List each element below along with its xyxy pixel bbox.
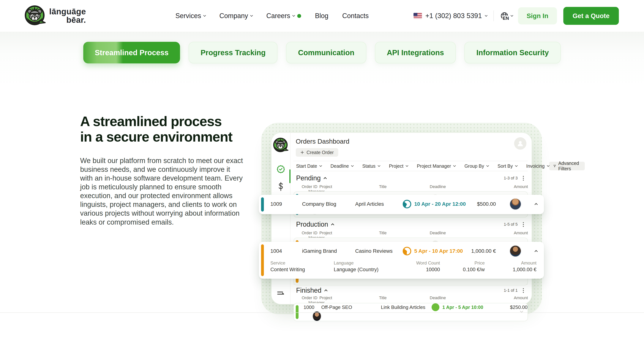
section-pending-header: Pending 1-3 of 3 [294, 174, 528, 182]
section-production-header: Production 1-5 of 5 [294, 220, 528, 228]
filter-sort-by[interactable]: Sort By [498, 163, 517, 169]
feature-tabs: Streamlined Process Progress Tracking Co… [0, 32, 644, 63]
header-right: +1 (302) 803 5391 EN Sign In Get a Quote [414, 7, 619, 25]
order-row-1000[interactable]: 1000 Off-Page SEO Link Building Articles… [294, 303, 528, 321]
divider [294, 171, 528, 171]
detail-service: Content Writing [270, 267, 334, 272]
logo[interactable]: lānguāge bēar. [24, 5, 86, 27]
order-amount: $500.00 [470, 201, 496, 207]
manager-avatar [510, 245, 521, 257]
user-avatar[interactable] [514, 137, 526, 150]
order-id: 1000 [304, 304, 321, 310]
order-title: Link Building Articles [381, 304, 432, 310]
order-id: 1009 [270, 201, 302, 207]
plus-icon [300, 150, 304, 154]
hero-copy: A streamlined process in a secure enviro… [80, 114, 248, 227]
order-amount: $250.00 [497, 304, 528, 310]
filter-project-manager[interactable]: Project Manager [417, 163, 456, 169]
order-deadline: 5 Apr - 10 Apr 17:00 [414, 248, 463, 254]
tab-communication[interactable]: Communication [286, 42, 366, 63]
nav-company[interactable]: Company [219, 12, 252, 20]
kebab-menu-icon[interactable] [522, 221, 525, 228]
divider [494, 11, 494, 21]
bear-logo-icon [24, 5, 46, 27]
collapse-row-icon[interactable] [534, 250, 538, 253]
deadline-pie-icon [403, 247, 411, 255]
orders-dashboard-window: 3 Orders Dashboard [271, 132, 532, 304]
detail-language: Language (Country) [334, 267, 406, 272]
chevron-down-icon [250, 14, 253, 17]
finished-collapse-toggle[interactable]: Finished [296, 286, 327, 294]
pending-range: 1-3 of 3 [504, 176, 518, 181]
nav-careers[interactable]: Careers [266, 12, 301, 20]
orders-badge-check-icon[interactable] [276, 165, 286, 174]
tab-streamlined-process[interactable]: Streamlined Process [83, 42, 180, 63]
collapse-row-icon[interactable] [534, 203, 538, 206]
finished-range: 1-1 of 1 [504, 288, 518, 293]
sign-in-button[interactable]: Sign In [518, 7, 557, 25]
pending-collapse-toggle[interactable]: Pending [296, 174, 326, 182]
order-title: April Articles [355, 201, 403, 207]
order-deadline: 1 Apr - 5 Apr 10:00 [442, 305, 483, 310]
dashboard-title: Orders Dashboard [296, 138, 528, 145]
get-a-quote-button[interactable]: Get a Quote [563, 7, 619, 25]
funnel-icon [553, 164, 556, 168]
detail-price: 0.100 €/w [440, 267, 485, 272]
filter-invoicing[interactable]: Invoicing [526, 163, 549, 169]
features-section: Streamlined Process Progress Tracking Co… [0, 32, 644, 312]
kebab-menu-icon[interactable] [522, 175, 525, 181]
advanced-filters-button[interactable]: Advanced Filters [549, 162, 585, 170]
order-deadline: 10 Apr - 20 Apr 12:00 [414, 201, 466, 207]
production-column-headers: Order IDProjectTitle DeadlineAmountManag… [294, 231, 528, 236]
hero-paragraph: We built our platform from scratch to me… [80, 156, 244, 227]
deadline-pie-icon [403, 200, 411, 208]
nav-blog[interactable]: Blog [315, 12, 328, 20]
main-nav: Services Company Careers Blog Contacts [175, 12, 368, 20]
nav-contacts[interactable]: Contacts [342, 12, 368, 20]
order-details: Service Language Word Count Price Amount… [259, 260, 544, 272]
chevron-down-icon [510, 14, 513, 17]
chevron-down-icon [203, 14, 206, 17]
manager-avatar [510, 198, 521, 210]
page-title: A streamlined process in a secure enviro… [80, 114, 248, 145]
tab-information-security[interactable]: Information Security [464, 42, 561, 63]
order-row-1009[interactable]: 1009 Company Blog April Articles 10 Apr … [259, 195, 544, 214]
filter-status[interactable]: Status [362, 163, 380, 169]
tab-api-integrations[interactable]: API Integrations [375, 42, 456, 63]
language-selector[interactable]: EN [500, 12, 513, 20]
order-project: iGaming Brand [302, 248, 355, 254]
filter-deadline[interactable]: Deadline [330, 163, 354, 169]
careers-hiring-dot [297, 14, 301, 18]
billing-dollar-icon[interactable] [277, 182, 285, 191]
filters-bar: Start Date Deadline Status Project Proje… [294, 161, 528, 171]
order-project: Off-Page SEO [321, 304, 381, 310]
filter-project[interactable]: Project [389, 163, 408, 169]
order-title: Casino Reviews [355, 248, 403, 254]
detail-amount: 1,000.00 € [485, 267, 536, 272]
section-finished-header: Finished 1-1 of 1 [294, 286, 528, 294]
deadline-complete-icon [432, 303, 440, 311]
order-row-1004[interactable]: 1004 iGaming Brand Casino Reviews 5 Apr … [259, 242, 544, 279]
status-bar-orange [261, 244, 264, 276]
create-order-button[interactable]: Create Order [296, 148, 338, 157]
detail-word-count: 10000 [406, 267, 440, 272]
filter-group-by[interactable]: Group By [464, 163, 488, 169]
filter-start-date[interactable]: Start Date [296, 163, 322, 169]
order-id: 1004 [270, 248, 302, 254]
order-project: Company Blog [302, 201, 355, 207]
phone-selector[interactable]: +1 (302) 803 5391 [414, 12, 487, 20]
person-icon [516, 139, 524, 148]
language-code: EN [502, 16, 509, 21]
order-amount: 1,000.00 € [470, 248, 496, 254]
dashboard-main: Orders Dashboard Create Order Start Date… [290, 133, 532, 304]
site-header: lānguāge bēar. Services Company Careers … [0, 0, 644, 32]
section-divider [0, 312, 644, 313]
logo-text: lānguāge bēar. [49, 8, 86, 24]
nav-services[interactable]: Services [175, 12, 206, 20]
production-collapse-toggle[interactable]: Production [296, 220, 334, 228]
us-flag-icon [414, 13, 422, 19]
tab-progress-tracking[interactable]: Progress Tracking [188, 42, 278, 63]
kebab-menu-icon[interactable] [522, 287, 525, 294]
collapse-sidebar-icon[interactable] [276, 289, 285, 297]
chevron-down-icon [485, 14, 488, 17]
